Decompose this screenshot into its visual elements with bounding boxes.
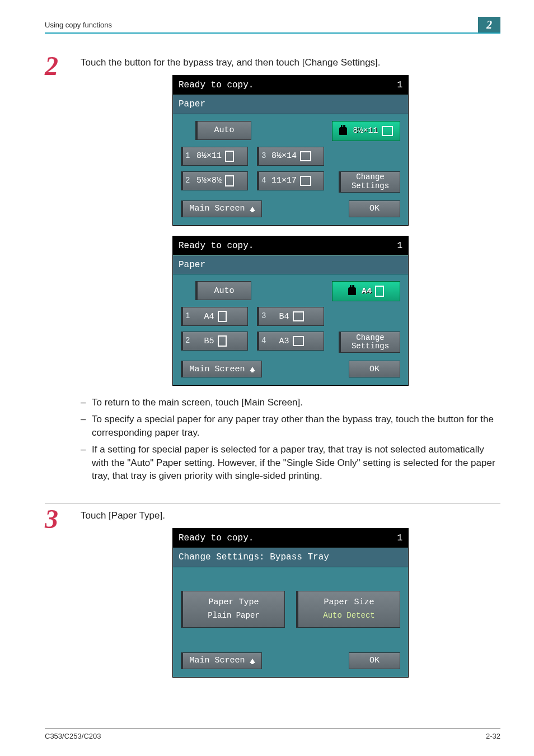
note-item: If a setting for special paper is select…	[81, 443, 500, 483]
portrait-icon	[225, 151, 234, 162]
copy-count: 1	[397, 532, 402, 544]
status-text: Ready to copy.	[179, 79, 254, 91]
step-text: Touch the button for the bypass tray, an…	[81, 56, 500, 69]
bypass-tray-icon	[348, 287, 356, 295]
tray3-button[interactable]: 3 B4	[257, 307, 324, 326]
landscape-icon	[382, 126, 393, 136]
landscape-icon	[300, 151, 311, 161]
portrait-icon	[225, 175, 234, 186]
change-settings-button[interactable]: Change Settings	[339, 171, 400, 193]
tray4-button[interactable]: 4 11×17	[257, 171, 324, 190]
paper-type-button[interactable]: Paper Type Plain Paper	[181, 591, 285, 628]
main-screen-button[interactable]: Main Screen	[181, 361, 262, 377]
landscape-icon	[293, 336, 304, 346]
panel-title: Paper	[173, 255, 408, 274]
change-settings-button[interactable]: Change Settings	[339, 332, 400, 353]
panel-title: Change Settings: Bypass Tray	[173, 548, 408, 567]
paper-panel-metric: Ready to copy. 1 Paper Auto	[172, 236, 409, 386]
footer-model: C353/C253/C203	[45, 732, 101, 740]
ok-button[interactable]: OK	[349, 200, 400, 217]
up-arrow-icon	[250, 207, 255, 211]
step-number: 2	[45, 53, 81, 486]
bypass-tray-icon	[339, 127, 347, 135]
landscape-icon	[300, 176, 311, 186]
panel-title: Paper	[173, 95, 408, 114]
paper-panel-us: Ready to copy. 1 Paper Auto	[172, 75, 409, 226]
tray1-button[interactable]: 1 A4	[181, 307, 248, 326]
step-number: 3	[45, 506, 81, 688]
bypass-tray-button[interactable]: 8½×11	[332, 121, 400, 141]
tray3-button[interactable]: 3 8½×14	[257, 147, 324, 166]
main-screen-button[interactable]: Main Screen	[181, 200, 262, 217]
note-item: To return to the main screen, touch [Mai…	[81, 396, 500, 409]
paper-size-button[interactable]: Paper Size Auto Detect	[296, 591, 400, 628]
portrait-icon	[218, 335, 227, 347]
step-text: Touch [Paper Type].	[81, 509, 500, 522]
up-arrow-icon	[250, 367, 255, 371]
bypass-tray-button[interactable]: A4	[332, 281, 400, 301]
copy-count: 1	[397, 240, 402, 252]
ok-button[interactable]: OK	[349, 652, 400, 669]
portrait-icon	[375, 286, 384, 297]
chapter-number-badge: 2	[478, 17, 500, 32]
portrait-icon	[218, 311, 227, 322]
copy-count: 1	[397, 79, 402, 91]
note-item: To specify a special paper for any paper…	[81, 413, 500, 440]
change-settings-panel: Ready to copy. 1 Change Settings: Bypass…	[172, 528, 409, 678]
status-text: Ready to copy.	[179, 532, 254, 544]
status-text: Ready to copy.	[179, 240, 254, 252]
tray2-button[interactable]: 2 5½×8½	[181, 171, 248, 190]
auto-button[interactable]: Auto	[195, 121, 251, 140]
tray2-button[interactable]: 2 B5	[181, 332, 248, 351]
footer-page: 2-32	[486, 732, 500, 740]
tray1-button[interactable]: 1 8½×11	[181, 147, 248, 166]
up-arrow-icon	[250, 659, 255, 663]
notes-list: To return to the main screen, touch [Mai…	[81, 396, 500, 483]
section-title: Using copy functions	[45, 21, 112, 32]
auto-button[interactable]: Auto	[195, 281, 251, 300]
ok-button[interactable]: OK	[349, 361, 400, 377]
tray4-button[interactable]: 4 A3	[257, 332, 324, 351]
main-screen-button[interactable]: Main Screen	[181, 652, 262, 669]
landscape-icon	[293, 311, 304, 321]
